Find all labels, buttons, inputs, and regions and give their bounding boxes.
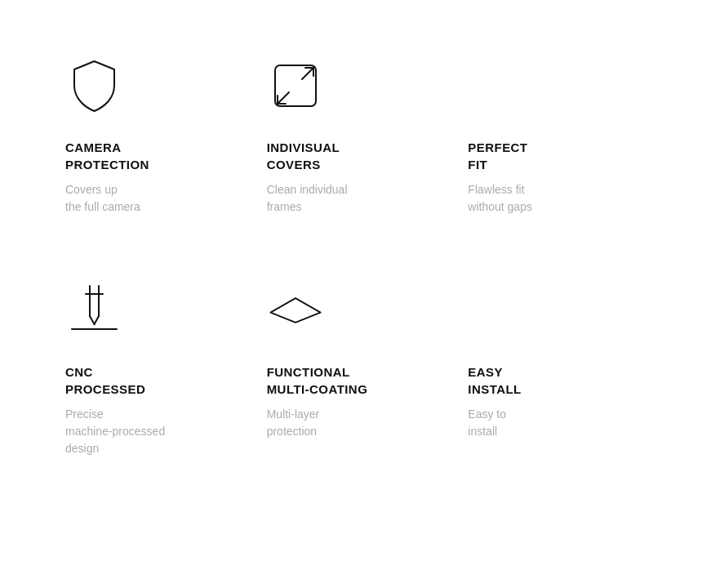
individual-covers-title: INDIVISUAL COVERS: [267, 139, 340, 173]
multicoating-desc: Multi-layer protection: [267, 406, 320, 440]
camera-protection-title: CAMERA PROTECTION: [65, 139, 149, 173]
svg-line-8: [90, 316, 95, 324]
feature-cnc-processed: CNC PROCESSED Precise machine-processed …: [49, 257, 251, 482]
perfect-fit-icon: [468, 57, 525, 114]
multicoating-title: FUNCTIONAL MULTI-COATING: [267, 363, 368, 398]
expand-icon: [267, 57, 324, 114]
shield-icon: [65, 57, 122, 114]
diamond-icon: [267, 282, 324, 339]
svg-line-2: [278, 92, 289, 104]
features-grid: CAMERA PROTECTION Covers up the full cam…: [0, 0, 702, 514]
feature-individual-covers: INDIVISUAL COVERS Clean individual frame…: [251, 33, 452, 257]
easy-install-title: EASY INSTALL: [468, 363, 521, 398]
feature-perfect-fit: PERFECT FIT Flawless fit without gaps: [451, 33, 653, 257]
svg-line-1: [302, 68, 313, 79]
feature-easy-install: EASY INSTALL Easy to install: [451, 257, 653, 482]
cnc-processed-title: CNC PROCESSED: [65, 363, 145, 398]
cnc-processed-desc: Precise machine-processed design: [65, 406, 165, 457]
camera-protection-desc: Covers up the full camera: [65, 181, 140, 216]
feature-multicoating: FUNCTIONAL MULTI-COATING Multi-layer pro…: [251, 257, 452, 482]
individual-covers-desc: Clean individual frames: [267, 181, 348, 216]
svg-marker-11: [270, 298, 320, 323]
perfect-fit-title: PERFECT FIT: [468, 139, 527, 173]
cnc-icon: [65, 282, 122, 339]
easy-install-icon: [468, 282, 525, 339]
easy-install-desc: Easy to install: [468, 406, 506, 440]
feature-camera-protection: CAMERA PROTECTION Covers up the full cam…: [49, 33, 251, 257]
perfect-fit-desc: Flawless fit without gaps: [468, 181, 532, 216]
svg-line-9: [94, 316, 99, 324]
